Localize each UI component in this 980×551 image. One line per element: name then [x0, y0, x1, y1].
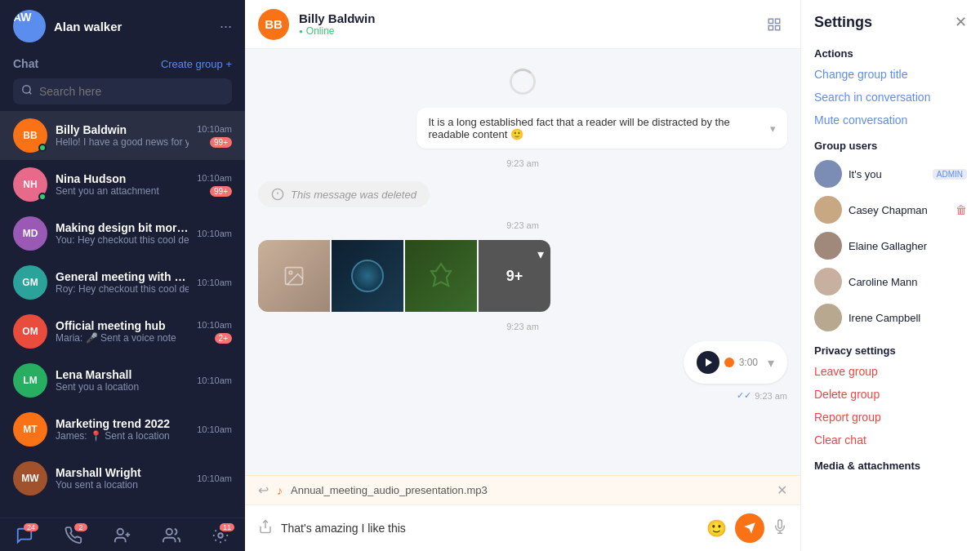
chat-time-general: 10:10am: [197, 278, 232, 287]
chat-item-marketing[interactable]: MT Marketing trend 2022 James: 📍 Sent a …: [0, 405, 245, 454]
settings-close-button[interactable]: ✕: [955, 13, 967, 31]
svg-rect-8: [776, 19, 780, 23]
settings-panel: Settings ✕ Actions Change group title Se…: [800, 0, 980, 551]
media-section-title: Media & attachments: [814, 460, 967, 472]
chat-item-marshall[interactable]: MW Marshall Wright You sent a location 1…: [0, 454, 245, 503]
image-cell-1[interactable]: [258, 240, 330, 312]
casey-avatar: [814, 196, 842, 224]
chat-name-marketing: Marketing trend 2022: [56, 417, 189, 430]
chat-avatar-wrap-billy: BB: [13, 118, 47, 153]
chat-preview-general: Roy: Hey checkout this cool designs of 2…: [56, 283, 189, 295]
mute-conversation-action[interactable]: Mute conversation: [814, 113, 967, 127]
caroline-avatar: [814, 268, 842, 295]
chat-item-lena[interactable]: LM Lena Marshall Sent you a location 10:…: [0, 356, 245, 405]
chat-header-avatar: BB: [258, 9, 289, 40]
voice-knob: [724, 358, 734, 367]
play-button[interactable]: [697, 351, 719, 374]
chat-avatar-marketing: MT: [13, 412, 47, 447]
chat-header: BB Billy Baldwin Online: [245, 0, 800, 49]
chat-contact-name: Billy Baldwin: [299, 11, 751, 25]
image-cell-2[interactable]: [332, 240, 403, 312]
chat-item-general[interactable]: GM General meeting with guys Roy: Hey ch…: [0, 258, 245, 307]
chat-item-making[interactable]: MD Making design bit more clear You: Hey…: [0, 209, 245, 258]
svg-point-6: [218, 533, 223, 538]
search-input[interactable]: [39, 85, 224, 98]
messages-area: It is a long established fact that a rea…: [245, 49, 800, 475]
deleted-message-text: This message was deleted: [291, 189, 416, 201]
nav-contacts[interactable]: [163, 527, 180, 544]
attachment-filename: Annual_meeting_audio_presentation.mp3: [291, 484, 768, 496]
clear-chat-action[interactable]: Clear chat: [814, 433, 967, 447]
play-icon: [706, 358, 712, 367]
current-user-avatar: AW: [13, 10, 46, 42]
message-input[interactable]: [281, 522, 698, 535]
chat-name-billy: Billy Baldwin: [56, 123, 189, 136]
header-icons: [761, 11, 787, 38]
chat-name-nina: Nina Hudson: [56, 172, 189, 185]
search-icon: [21, 84, 33, 99]
chat-item-official[interactable]: OM Official meeting hub Maria: 🎤 Sent a …: [0, 307, 245, 356]
message-1-time: 9:23 am: [258, 158, 787, 168]
send-button[interactable]: [735, 513, 764, 543]
sidebar-menu-button[interactable]: ···: [220, 18, 232, 35]
chat-item-billy[interactable]: BB Billy Baldwin Hello! I have a good ne…: [0, 111, 245, 160]
create-group-button[interactable]: Create group +: [161, 58, 232, 70]
voice-message: 3:00 ▾: [684, 341, 787, 384]
chat-meta-marketing: 10:10am: [197, 424, 232, 434]
apps-icon[interactable]: [761, 11, 787, 38]
chat-contact-status: Online: [299, 25, 751, 37]
delete-group-action[interactable]: Delete group: [814, 388, 967, 401]
chat-avatar-wrap-official: OM: [13, 314, 47, 349]
chat-meta-making: 10:10am: [197, 229, 232, 238]
mic-button[interactable]: [773, 519, 787, 538]
online-dot-nina: [38, 193, 47, 201]
chat-name-marshall: Marshall Wright: [56, 466, 189, 479]
chat-preview-billy: Hello! I have a good news for your upcom…: [56, 136, 189, 148]
voice-expand-button[interactable]: ▾: [768, 355, 774, 371]
image-cell-3[interactable]: [405, 240, 477, 312]
chat-time-marshall: 10:10am: [197, 473, 232, 483]
loader-wrap: [258, 69, 787, 95]
nav-add-contact[interactable]: [114, 527, 131, 544]
chat-meta-marshall: 10:10am: [197, 473, 232, 483]
chat-time-marketing: 10:10am: [197, 424, 232, 434]
nav-chat[interactable]: 24: [16, 527, 33, 544]
chat-avatar-marshall: MW: [13, 461, 47, 495]
message-2-time: 9:23 am: [258, 220, 787, 230]
chat-item-nina[interactable]: NH Nina Hudson Sent you an attachment 10…: [0, 160, 245, 209]
group-users-section: Group users It's you ADMIN Casey Chapman…: [814, 140, 967, 331]
report-group-action[interactable]: Report group: [814, 411, 967, 424]
leave-group-action[interactable]: Leave group: [814, 365, 967, 378]
sidebar-header: AW Alan walker ···: [0, 0, 245, 52]
chat-preview-lena: Sent you a location: [56, 381, 189, 393]
reply-icon[interactable]: ↩: [258, 482, 269, 498]
bottom-nav: 24 2 11: [0, 518, 245, 551]
svg-line-1: [29, 92, 32, 95]
chat-avatar-wrap-nina: NH: [13, 167, 47, 202]
elaine-avatar: [814, 232, 842, 260]
irene-avatar: [814, 304, 842, 331]
nav-calls[interactable]: 2: [65, 527, 82, 544]
voice-duration: 3:00: [739, 357, 758, 368]
online-dot-billy: [38, 144, 47, 152]
deleted-message: This message was deleted: [258, 181, 430, 207]
chat-avatar-official: OM: [13, 314, 47, 349]
delete-casey-button[interactable]: 🗑: [956, 203, 967, 216]
search-in-conversation-action[interactable]: Search in conversation: [814, 91, 967, 104]
privacy-settings-title: Privacy settings: [814, 344, 967, 357]
message-1-dropdown[interactable]: ▾: [770, 122, 776, 135]
nav-settings[interactable]: 11: [212, 527, 229, 544]
images-dropdown[interactable]: ▾: [537, 247, 544, 261]
chat-name-official: Official meeting hub: [56, 319, 189, 332]
share-icon[interactable]: [258, 519, 273, 537]
nav-chat-badge: 24: [24, 523, 38, 531]
elaine-name: Elaine Gallagher: [849, 240, 967, 252]
chat-avatar-wrap-marketing: MT: [13, 412, 47, 447]
chat-avatar-making: MD: [13, 216, 47, 251]
emoji-button[interactable]: 🙂: [706, 518, 727, 538]
attachment-close-button[interactable]: ✕: [777, 482, 787, 498]
settings-title: Settings: [814, 14, 872, 31]
change-group-title-action[interactable]: Change group title: [814, 68, 967, 81]
chat-info-general: General meeting with guys Roy: Hey check…: [56, 270, 189, 295]
input-bar: 🙂: [245, 504, 800, 551]
